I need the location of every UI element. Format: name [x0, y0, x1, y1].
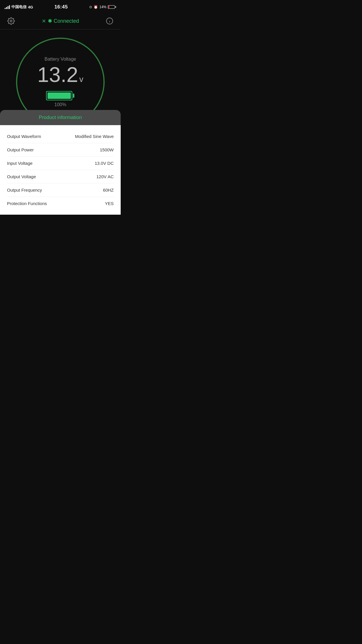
connected-label: ✱ Connected	[48, 18, 79, 24]
signal-bar-3	[8, 6, 8, 9]
status-bar: 中国电信 4G 16:45 ⊙ ⏰ 14%	[0, 0, 121, 13]
voltage-unit: v	[79, 75, 83, 84]
info-button[interactable]	[104, 16, 115, 26]
battery-icon	[108, 5, 116, 9]
status-left: 中国电信 4G	[5, 4, 33, 10]
battery-fill	[108, 6, 109, 8]
info-svg	[106, 17, 113, 25]
status-right: ⊙ ⏰ 14%	[89, 5, 116, 9]
info-value-2: 13.0V DC	[95, 161, 114, 166]
settings-button[interactable]	[6, 16, 16, 26]
batt-tip	[73, 94, 74, 98]
bluetooth-icon: ⨯	[42, 18, 46, 24]
product-info-title: Product information	[5, 115, 116, 120]
product-info-header: Product information	[0, 110, 121, 125]
status-time: 16:45	[55, 4, 68, 10]
batt-fill	[48, 92, 71, 99]
signal-bar-1	[5, 8, 6, 9]
lock-icon: ⊙	[89, 5, 92, 9]
signal-bar-4	[9, 5, 10, 9]
info-row: Output WaveformModified Sine Wave	[7, 130, 114, 143]
info-row: Output Frequency60HZ	[7, 183, 114, 197]
product-info-section: Product information Output WaveformModif…	[0, 110, 121, 215]
nav-center: ⨯ ✱ Connected	[42, 18, 79, 24]
info-value-4: 60HZ	[103, 188, 114, 192]
battery-percent-label: 14%	[99, 5, 106, 9]
nav-bar: ⨯ ✱ Connected	[0, 13, 121, 29]
battery-tip	[115, 6, 116, 8]
carrier-label: 中国电信	[11, 4, 27, 10]
voltage-display: 13.2 v	[37, 64, 83, 85]
svg-point-0	[10, 20, 12, 22]
info-row: Output Voltage120V AC	[7, 170, 114, 183]
info-row: Input Voltage13.0V DC	[7, 157, 114, 170]
info-key-5: Protection Functions	[7, 201, 47, 206]
alarm-icon: ⏰	[94, 5, 98, 9]
voltage-number: 13.2	[37, 64, 78, 85]
info-value-3: 120V AC	[96, 174, 114, 179]
info-value-5: YES	[105, 201, 114, 206]
info-value-0: Modified Sine Wave	[75, 134, 114, 139]
info-key-3: Output Voltage	[7, 174, 36, 179]
gauge-inner: Battery Voltage 13.2 v 100%	[37, 57, 83, 107]
info-key-1: Output Power	[7, 147, 34, 152]
battery-display	[46, 91, 74, 100]
battery-percent-display: 100%	[55, 102, 66, 107]
product-info-body: Output WaveformModified Sine WaveOutput …	[0, 125, 121, 215]
battery-body	[108, 5, 115, 9]
battery-indicator: 100%	[46, 91, 74, 107]
info-row: Protection FunctionsYES	[7, 197, 114, 210]
signal-bars	[5, 5, 10, 9]
info-value-1: 1500W	[100, 147, 114, 152]
voltage-label: Battery Voltage	[45, 57, 76, 62]
gear-svg	[7, 17, 15, 25]
info-row: Output Power1500W	[7, 143, 114, 157]
info-key-4: Output Frequency	[7, 188, 42, 192]
info-key-0: Output Waveform	[7, 134, 41, 139]
batt-body	[46, 91, 72, 100]
info-key-2: Input Voltage	[7, 161, 33, 166]
signal-bar-2	[6, 7, 7, 9]
network-label: 4G	[28, 5, 33, 9]
